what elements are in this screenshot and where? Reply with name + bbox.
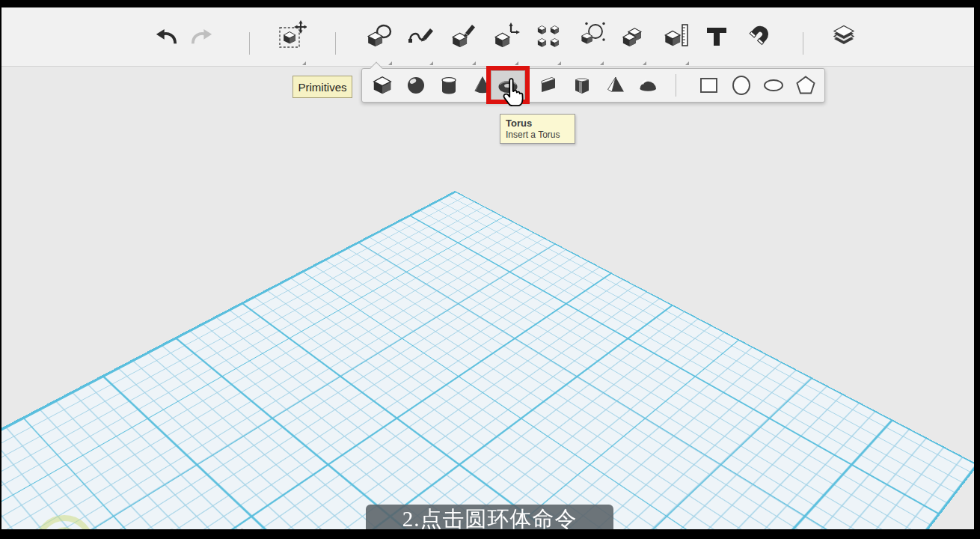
watermark-logo-icon [30,511,99,529]
pattern-icon [534,22,563,50]
sketch-circle-button[interactable] [727,72,756,99]
sketch-icon [406,22,435,50]
construct-menu-button[interactable] [448,20,478,52]
sketch-rectangle-button[interactable] [694,72,723,99]
prism-icon [572,75,592,96]
measure-menu-button[interactable] [661,20,691,52]
letterbox-bottom [0,529,980,539]
main-toolbar [1,7,974,67]
primitive-hemisphere-button[interactable] [634,72,662,99]
transform-icon [277,20,307,52]
material-button[interactable] [829,20,859,52]
cylinder-icon [438,75,459,96]
layers-icon [829,22,859,50]
toolbar-separator [249,32,250,55]
sketch-ellipse-button[interactable] [759,72,788,99]
primitives-group-label: Primitives [293,76,352,98]
circle-icon [730,74,753,97]
caption-banner: 2.点击圆环体命令 [366,505,613,529]
dropdown-tick [302,61,306,65]
dropdown-tick [472,61,476,65]
dropdown-tick [600,61,604,65]
toolbar-separator [335,32,336,55]
magnet-icon [744,22,773,50]
primitive-wedge-button[interactable] [534,72,563,99]
letterbox-right [974,0,980,539]
primitives-menu-button[interactable] [363,20,393,52]
combine-icon [619,22,648,50]
primitive-pyramid-button[interactable] [601,72,630,99]
hemisphere-icon [637,75,658,96]
pattern-menu-button[interactable] [533,20,563,52]
box-icon [371,74,393,97]
modify-menu-button[interactable] [491,20,521,52]
wedge-icon [538,75,559,96]
primitive-sphere-button[interactable] [402,72,430,99]
dropdown-tick [429,61,433,65]
viewport-3d[interactable]: 375 华科智造三维 2.点击圆环体命令 [1,67,974,529]
polygon-icon [794,74,817,97]
redo-button[interactable] [187,20,217,52]
undo-icon [153,25,179,47]
torus-tooltip: Torus Insert a Torus [500,114,575,144]
dropdown-tick [643,61,646,65]
flyout-separator [676,74,676,97]
grouping-icon [577,22,605,50]
snap-button[interactable] [744,20,774,52]
grouping-menu-button[interactable] [576,20,606,52]
measure-icon [662,22,690,50]
primitive-cylinder-button[interactable] [435,72,463,99]
ground-grid [1,191,974,529]
tooltip-title: Torus [506,118,569,129]
sphere-icon [405,75,426,96]
dropdown-tick [557,61,561,65]
dropdown-tick [515,61,518,65]
hand-cursor-icon [498,77,528,112]
pyramid-icon [605,75,626,96]
undo-button[interactable] [151,20,181,52]
watermark-text: 华科智造三维 [109,523,334,529]
sketch-polygon-button[interactable] [791,72,820,99]
primitive-box-button[interactable] [368,72,396,99]
transform-button[interactable] [277,20,307,52]
construct-icon [449,22,477,50]
ellipse-icon [762,75,785,96]
letterbox-left [0,0,1,539]
redo-icon [189,25,215,47]
watermark: 华科智造三维 [30,511,334,529]
primitive-prism-button[interactable] [568,72,596,99]
letterbox-top [0,0,980,7]
app-window: 375 华科智造三维 2.点击圆环体命令 [0,0,980,539]
dropdown-tick [685,61,689,65]
tooltip-subtitle: Insert a Torus [506,130,569,140]
text-icon [702,22,731,50]
text-tool-button[interactable] [702,20,732,52]
toolbar-separator [803,32,803,55]
rectangle-icon [697,75,720,96]
dropdown-tick [388,61,392,65]
combine-menu-button[interactable] [619,20,649,52]
primitives-icon [364,22,392,50]
modify-icon [491,22,520,50]
sketch-menu-button[interactable] [405,20,435,52]
